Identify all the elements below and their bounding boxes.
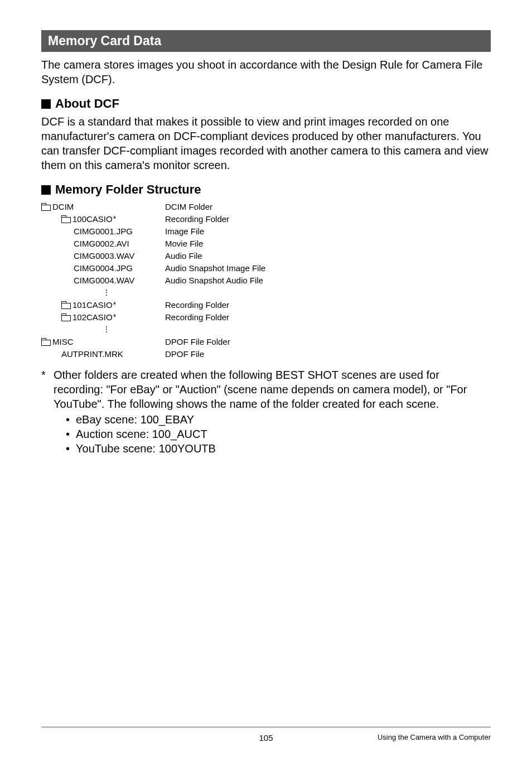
footnote-text: Other folders are created when the follo… xyxy=(54,369,467,410)
tree-row-autprint: AUTPRINT.MRK xyxy=(41,348,158,360)
subheading-text: Memory Folder Structure xyxy=(55,182,201,197)
tree-row-file: CIMG0001.JPG xyxy=(41,225,158,237)
subheading-about-dcf: About DCF xyxy=(41,97,491,111)
square-bullet-icon xyxy=(41,185,51,195)
tree-label: 102CASIO xyxy=(72,312,113,322)
tree-row-file: CIMG0003.WAV xyxy=(41,249,158,262)
desc-row: Recording Folder xyxy=(165,311,265,323)
tree-column: DCIM 100CASIO* CIMG0001.JPG CIMG0002.AVI… xyxy=(41,200,158,360)
tree-label: AUTPRINT.MRK xyxy=(61,349,123,359)
desc-row: Movie File xyxy=(165,237,265,249)
list-item: Auction scene: 100_AUCT xyxy=(66,427,491,441)
intro-paragraph: The camera stores images you shoot in ac… xyxy=(41,57,491,86)
desc-row: Audio Snapshot Image File xyxy=(165,262,265,274)
list-item: YouTube scene: 100YOUTB xyxy=(66,441,491,456)
tree-label: CIMG0002.AVI xyxy=(74,239,129,248)
tree-label: CIMG0004.WAV xyxy=(74,276,134,285)
folder-icon xyxy=(41,338,50,345)
tree-row-100casio: 100CASIO* xyxy=(41,213,158,225)
tree-label: CIMG0001.JPG xyxy=(74,226,133,236)
folder-icon xyxy=(41,203,50,210)
footnote: * Other folders are created when the fol… xyxy=(41,368,491,456)
asterisk: * xyxy=(113,300,116,309)
tree-row-file: CIMG0004.WAV xyxy=(41,274,158,286)
vertical-dots: ⋮ xyxy=(41,323,158,335)
folder-structure-diagram: DCIM 100CASIO* CIMG0001.JPG CIMG0002.AVI… xyxy=(41,200,491,360)
folder-icon xyxy=(61,301,70,308)
tree-label: CIMG0004.JPG xyxy=(74,263,133,273)
tree-label: DCIM xyxy=(52,202,74,211)
desc-row: DCIM Folder xyxy=(165,200,265,213)
tree-row-dcim: DCIM xyxy=(41,200,158,213)
tree-row-101casio: 101CASIO* xyxy=(41,298,158,311)
desc-row: Recording Folder xyxy=(165,213,265,225)
square-bullet-icon xyxy=(41,99,51,109)
tree-row-file: CIMG0002.AVI xyxy=(41,237,158,249)
scene-bullet-list: eBay scene: 100_EBAY Auction scene: 100_… xyxy=(54,412,491,456)
tree-label: 100CASIO xyxy=(72,214,113,224)
desc-row: Audio Snapshot Audio File xyxy=(165,274,265,286)
footnote-body: Other folders are created when the follo… xyxy=(54,368,491,456)
desc-row-blank xyxy=(165,323,265,335)
tree-label: CIMG0003.WAV xyxy=(74,251,134,261)
tree-row-file: CIMG0004.JPG xyxy=(41,262,158,274)
tree-row-102casio: 102CASIO* xyxy=(41,311,158,323)
desc-row: Recording Folder xyxy=(165,298,265,311)
subheading-folder-structure: Memory Folder Structure xyxy=(41,182,491,197)
desc-row: DPOF File Folder xyxy=(165,335,265,348)
desc-row: Image File xyxy=(165,225,265,237)
asterisk: * xyxy=(113,214,116,223)
tree-row-misc: MISC xyxy=(41,335,158,348)
desc-row: Audio File xyxy=(165,249,265,262)
description-column: DCIM Folder Recording Folder Image File … xyxy=(165,200,265,360)
list-item: eBay scene: 100_EBAY xyxy=(66,412,491,427)
footnote-asterisk: * xyxy=(41,368,54,456)
section-header: Memory Card Data xyxy=(41,30,491,52)
desc-row-blank xyxy=(165,286,265,298)
subheading-text: About DCF xyxy=(55,97,119,111)
page-number: 105 xyxy=(259,733,273,742)
footer-rule xyxy=(41,726,491,728)
folder-icon xyxy=(61,215,70,222)
about-dcf-paragraph: DCF is a standard that makes it possible… xyxy=(41,114,491,172)
vertical-dots: ⋮ xyxy=(41,286,158,298)
footer-text: Using the Camera with a Computer xyxy=(378,733,491,741)
folder-icon xyxy=(61,314,70,320)
tree-label: 101CASIO xyxy=(72,300,113,310)
tree-label: MISC xyxy=(52,337,74,346)
asterisk: * xyxy=(113,312,116,321)
desc-row: DPOF File xyxy=(165,348,265,360)
